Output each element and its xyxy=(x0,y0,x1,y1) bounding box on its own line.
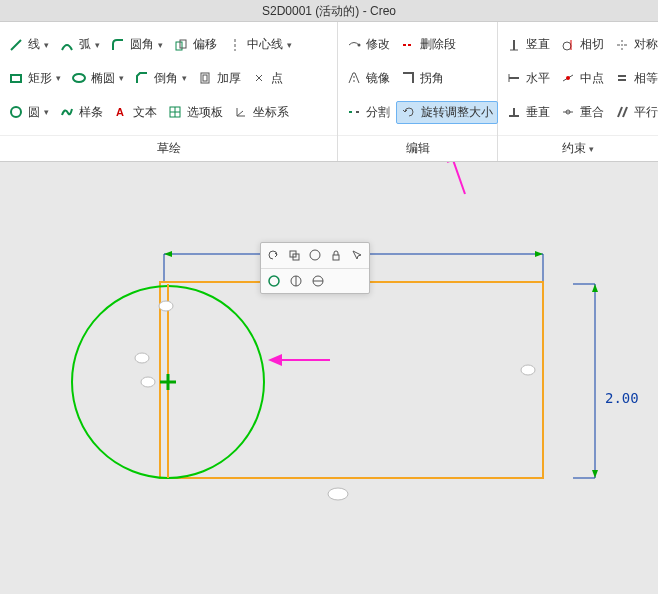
window-title: S2D0001 (活动的) - Creo xyxy=(262,4,396,18)
midpoint-button[interactable]: 中点 xyxy=(556,68,608,89)
arc-icon xyxy=(59,37,75,53)
svg-marker-63 xyxy=(268,354,282,366)
dropdown-icon: ▾ xyxy=(589,144,594,154)
centerline-label: 中心线 xyxy=(247,36,283,53)
rotate-resize-label: 旋转调整大小 xyxy=(421,104,493,121)
group-constraint-label[interactable]: 约束 ▾ xyxy=(498,135,658,161)
svg-marker-61 xyxy=(592,470,598,478)
fillet-button[interactable]: 圆角 ▾ xyxy=(106,34,167,55)
svg-point-55 xyxy=(521,365,535,375)
thicken-button[interactable]: 加厚 xyxy=(193,68,245,89)
svg-rect-1 xyxy=(176,42,182,50)
centerline-button[interactable]: 中心线 ▾ xyxy=(223,34,296,55)
perpendicular-button[interactable]: 垂直 xyxy=(502,102,554,123)
rect-button[interactable]: 矩形 ▾ xyxy=(4,68,65,89)
ribbon-toolbar: 线 ▾ 弧 ▾ 圆角 ▾ 偏移 xyxy=(0,22,658,162)
csys-button[interactable]: 坐标系 xyxy=(229,102,293,123)
corner-label: 拐角 xyxy=(420,70,444,87)
ctx-circle4-button[interactable] xyxy=(309,272,327,290)
offset-label: 偏移 xyxy=(193,36,217,53)
modify-icon xyxy=(346,37,362,53)
split-label: 分割 xyxy=(366,104,390,121)
svg-point-68 xyxy=(310,250,320,260)
delete-segment-label: 删除段 xyxy=(420,36,456,53)
svg-marker-43 xyxy=(164,251,172,257)
equal-icon xyxy=(614,70,630,86)
line-button[interactable]: 线 ▾ xyxy=(4,34,53,55)
svg-rect-47 xyxy=(160,282,543,478)
point-button[interactable]: 点 xyxy=(247,68,287,89)
symmetric-label: 对称 xyxy=(634,36,658,53)
ctx-select-button[interactable] xyxy=(348,246,365,264)
delete-segment-button[interactable]: 删除段 xyxy=(396,34,460,55)
ctx-circle-button[interactable] xyxy=(307,246,324,264)
dropdown-icon: ▾ xyxy=(182,73,187,83)
fillet-label: 圆角 xyxy=(130,36,154,53)
annotation-arrow-icon xyxy=(268,354,330,366)
vertical-button[interactable]: 竖直 xyxy=(502,34,554,55)
parallel-button[interactable]: 平行 xyxy=(610,102,658,123)
chamfer-button[interactable]: 倒角 ▾ xyxy=(130,68,191,89)
circle-button[interactable]: 圆 ▾ xyxy=(4,102,53,123)
corner-button[interactable]: 拐角 xyxy=(396,68,448,89)
svg-line-17 xyxy=(237,111,243,116)
dropdown-icon: ▾ xyxy=(44,107,49,117)
svg-point-56 xyxy=(328,488,348,500)
ctx-circle2-button[interactable] xyxy=(265,272,283,290)
mirror-button[interactable]: 镜像 xyxy=(342,68,394,89)
spline-button[interactable]: 样条 xyxy=(55,102,107,123)
text-button[interactable]: A 文本 xyxy=(109,102,161,123)
svg-rect-2 xyxy=(180,40,186,48)
dropdown-icon: ▾ xyxy=(287,40,292,50)
coincident-label: 重合 xyxy=(580,104,604,121)
svg-point-10 xyxy=(11,107,21,117)
horizontal-label: 水平 xyxy=(526,70,550,87)
sketch-canvas[interactable]: 2.00 xyxy=(0,162,658,594)
text-label: 文本 xyxy=(133,104,157,121)
palette-button[interactable]: 选项板 xyxy=(163,102,227,123)
perpendicular-icon xyxy=(506,104,522,120)
dimension-value[interactable]: 2.00 xyxy=(605,390,639,406)
vertical-label: 竖直 xyxy=(526,36,550,53)
ctx-lock-button[interactable] xyxy=(327,246,344,264)
svg-point-53 xyxy=(135,353,149,363)
svg-point-33 xyxy=(566,76,570,80)
modify-label: 修改 xyxy=(366,36,390,53)
ctx-circle3-button[interactable] xyxy=(287,272,305,290)
group-edit: 修改 删除段 镜像 拐角 xyxy=(338,22,498,161)
corner-icon xyxy=(400,70,416,86)
dropdown-icon: ▾ xyxy=(119,73,124,83)
symmetric-button[interactable]: 对称 xyxy=(610,34,658,55)
svg-point-5 xyxy=(73,74,85,82)
arc-button[interactable]: 弧 ▾ xyxy=(55,34,104,55)
palette-icon xyxy=(167,104,183,120)
dropdown-icon: ▾ xyxy=(56,73,61,83)
tangent-button[interactable]: 相切 xyxy=(556,34,608,55)
svg-point-52 xyxy=(159,301,173,311)
vertical-icon xyxy=(506,37,522,53)
parallel-icon xyxy=(614,104,630,120)
spline-icon xyxy=(59,104,75,120)
ellipse-icon xyxy=(71,70,87,86)
ctx-undo-button[interactable] xyxy=(265,246,282,264)
svg-text:A: A xyxy=(116,106,124,118)
point-icon xyxy=(251,70,267,86)
equal-button[interactable]: 相等 xyxy=(610,68,658,89)
ctx-copy-button[interactable] xyxy=(286,246,303,264)
circle-label: 圆 xyxy=(28,104,40,121)
equal-label: 相等 xyxy=(634,70,658,87)
parallel-label: 平行 xyxy=(634,104,658,121)
modify-button[interactable]: 修改 xyxy=(342,34,394,55)
offset-button[interactable]: 偏移 xyxy=(169,34,221,55)
split-button[interactable]: 分割 xyxy=(342,102,394,123)
svg-rect-69 xyxy=(333,255,339,260)
svg-point-54 xyxy=(141,377,155,387)
coincident-button[interactable]: 重合 xyxy=(556,102,608,123)
rotate-resize-button[interactable]: 旋转调整大小 xyxy=(396,101,498,124)
svg-line-40 xyxy=(618,107,622,117)
rotate-icon xyxy=(401,104,417,120)
horizontal-button[interactable]: 水平 xyxy=(502,68,554,89)
delete-segment-icon xyxy=(400,37,416,53)
ellipse-button[interactable]: 椭圆 ▾ xyxy=(67,68,128,89)
symmetric-icon xyxy=(614,37,630,53)
